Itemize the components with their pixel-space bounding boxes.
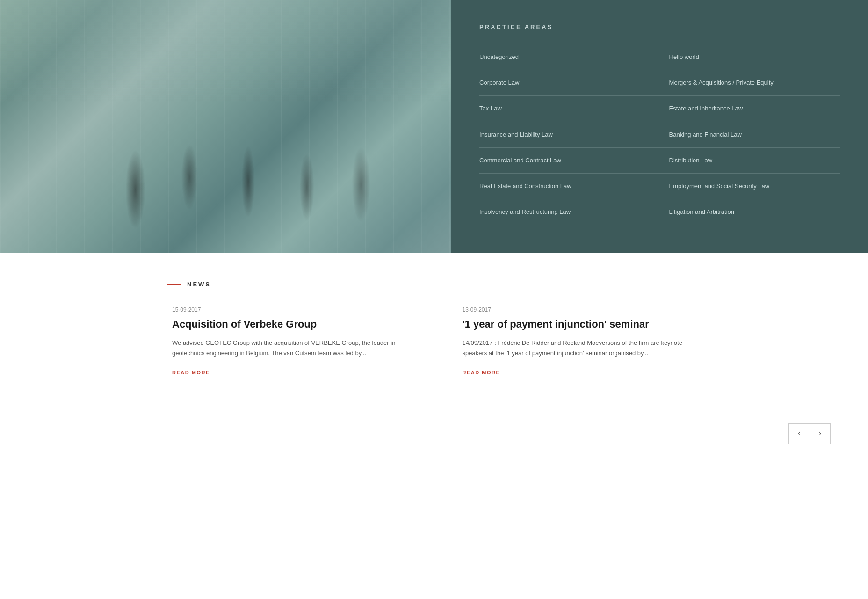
pagination: ‹ › [0, 414, 868, 463]
news-section-title: NEWS [187, 281, 211, 288]
practice-item-insolvency-law[interactable]: Insolvency and Restructuring Law [479, 199, 659, 225]
practice-item-commercial-law[interactable]: Commercial and Contract Law [479, 148, 659, 174]
practice-item-mergers[interactable]: Mergers & Acquisitions / Private Equity [660, 70, 840, 96]
practice-item-employment-law[interactable]: Employment and Social Security Law [660, 174, 840, 199]
hero-image [0, 0, 451, 253]
read-more-2[interactable]: READ MORE [463, 370, 500, 375]
news-line-decoration [167, 284, 181, 285]
practice-item-banking-law[interactable]: Banking and Financial Law [660, 122, 840, 148]
practice-item-litigation[interactable]: Litigation and Arbitration [660, 199, 840, 225]
practice-item-hello-world[interactable]: Hello world [660, 44, 840, 70]
news-item-1: 15-09-2017 Acquisition of Verbeke Group … [167, 307, 411, 376]
news-grid: 15-09-2017 Acquisition of Verbeke Group … [167, 307, 701, 376]
next-page-button[interactable]: › [810, 423, 831, 444]
hero-section: PRACTICE AREAS Uncategorized Hello world… [0, 0, 868, 253]
news-headline-2: '1 year of payment injunction' seminar [463, 318, 696, 331]
hero-image-overlay [0, 0, 451, 253]
news-excerpt-2: 14/09/2017 : Frédéric De Ridder and Roel… [463, 338, 696, 358]
news-divider [434, 307, 434, 376]
prev-page-button[interactable]: ‹ [788, 423, 810, 444]
practice-areas-panel: PRACTICE AREAS Uncategorized Hello world… [451, 0, 868, 253]
news-excerpt-1: We advised GEOTEC Group with the acquisi… [172, 338, 406, 358]
news-date-1: 15-09-2017 [172, 307, 406, 313]
news-header: NEWS [167, 281, 701, 288]
news-section: NEWS 15-09-2017 Acquisition of Verbeke G… [130, 253, 738, 414]
read-more-1[interactable]: READ MORE [172, 370, 210, 375]
practice-item-insurance-law[interactable]: Insurance and Liability Law [479, 122, 659, 148]
practice-item-distribution-law[interactable]: Distribution Law [660, 148, 840, 174]
practice-item-corporate-law[interactable]: Corporate Law [479, 70, 659, 96]
news-item-2: 13-09-2017 '1 year of payment injunction… [458, 307, 701, 376]
practice-item-real-estate-law[interactable]: Real Estate and Construction Law [479, 174, 659, 199]
practice-item-tax-law[interactable]: Tax Law [479, 96, 659, 122]
practice-areas-title: PRACTICE AREAS [479, 23, 840, 30]
news-date-2: 13-09-2017 [463, 307, 696, 313]
practice-item-estate-law[interactable]: Estate and Inheritance Law [660, 96, 840, 122]
news-headline-1: Acquisition of Verbeke Group [172, 318, 406, 331]
practice-areas-grid: Uncategorized Hello world Corporate Law … [479, 44, 840, 225]
practice-item-uncategorized[interactable]: Uncategorized [479, 44, 659, 70]
